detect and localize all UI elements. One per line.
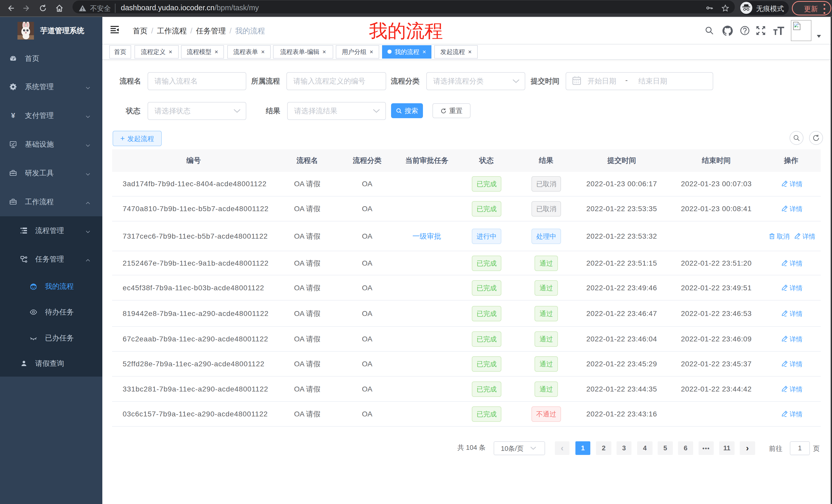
svg-text:¥: ¥ [11, 112, 15, 119]
